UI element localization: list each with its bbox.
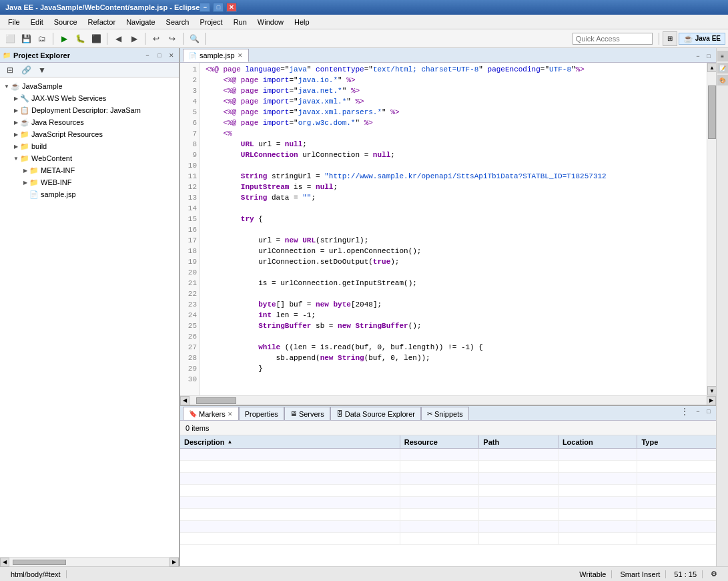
markers-header: Description ▲ Resource Path Location — [180, 435, 716, 449]
new-button[interactable]: ⬜ — [3, 31, 17, 46]
forward-button[interactable]: ▶ — [127, 31, 141, 46]
view-menu-button[interactable]: ▼ — [35, 63, 49, 77]
code-line-3: <%@ page import="java.net.*" %> — [206, 85, 701, 96]
code-line-8: URL url = null; — [206, 139, 701, 150]
hscroll-editor-left-button[interactable]: ◀ — [180, 396, 190, 405]
bottom-panel: 🔖 Markers ✕ Properties 🖥 Servers 🗄 Data … — [180, 406, 716, 566]
menu-help[interactable]: Help — [289, 17, 315, 27]
redo-button[interactable]: ↪ — [165, 31, 179, 46]
scroll-up-button[interactable]: ▲ — [707, 63, 716, 72]
menu-project[interactable]: Project — [194, 17, 228, 27]
tree-item-1[interactable]: ▶ 🔧 JAX-WS Web Services — [0, 92, 179, 104]
menu-source[interactable]: Source — [49, 17, 83, 27]
save-button[interactable]: 💾 — [19, 31, 33, 46]
settings-icon[interactable]: ⚙ — [705, 570, 723, 578]
editor-scrollbar[interactable]: ▲ ▼ — [707, 63, 716, 395]
tree-hscrollbar[interactable]: ◀ ▶ — [0, 557, 179, 566]
editor-tab-close[interactable]: ✕ — [238, 52, 243, 59]
bottom-minimize-button[interactable]: − — [693, 407, 703, 416]
code-line-5: <%@ page import="javax.xml.parsers.*" %> — [206, 107, 701, 118]
markers-row-2 — [180, 461, 716, 473]
menu-window[interactable]: Window — [252, 17, 289, 27]
menu-file[interactable]: File — [3, 17, 25, 27]
tab-snippets[interactable]: ✂ Snippets — [421, 407, 469, 420]
undo-button[interactable]: ↩ — [149, 31, 163, 46]
menu-edit[interactable]: Edit — [25, 17, 49, 27]
col-location-label: Location — [563, 438, 593, 446]
debug-button[interactable]: 🐛 — [73, 31, 87, 46]
maximize-panel-button[interactable]: □ — [155, 51, 164, 60]
code-line-29: } — [206, 363, 701, 374]
writable-status: Writable — [574, 570, 612, 578]
close-panel-button[interactable]: ✕ — [167, 51, 176, 60]
editor-maximize-button[interactable]: □ — [704, 51, 713, 61]
editor-tabs: 📄 sample.jsp ✕ − □ — [180, 48, 716, 63]
tab-properties-label: Properties — [245, 410, 278, 418]
java-ee-perspective-button[interactable]: ☕ Java EE — [679, 33, 725, 45]
search-button[interactable]: 🔍 — [187, 31, 202, 46]
minimize-panel-button[interactable]: − — [143, 51, 152, 60]
code-area[interactable]: <%@ page language="java" contentType="te… — [200, 63, 707, 395]
col-type-label: Type — [641, 438, 658, 446]
bottom-maximize-button[interactable]: □ — [704, 407, 713, 416]
menu-refactor[interactable]: Refactor — [83, 17, 121, 27]
col-resource: Resource — [400, 435, 480, 448]
col-description: Description ▲ — [180, 435, 400, 448]
run-button[interactable]: ▶ — [57, 31, 71, 46]
tree-item-8[interactable]: ▶ 📁 WEB-INF — [0, 176, 179, 188]
editor-tab-samplejsp[interactable]: 📄 sample.jsp ✕ — [183, 49, 249, 62]
sep3 — [145, 33, 145, 45]
hscroll-editor-thumb[interactable] — [196, 397, 236, 404]
tab-markers-close[interactable]: ✕ — [228, 411, 233, 417]
tab-markers[interactable]: 🔖 Markers ✕ — [183, 407, 239, 420]
hscroll-right-button[interactable]: ▶ — [169, 558, 179, 567]
open-perspective-button[interactable]: ⊞ — [663, 31, 677, 46]
menu-search[interactable]: Search — [161, 17, 195, 27]
tree-icon-1: 🔧 — [20, 94, 29, 103]
tree-item-2[interactable]: ▶ 📋 Deployment Descriptor: JavaSam — [0, 104, 179, 116]
link-editor-button[interactable]: 🔗 — [19, 63, 33, 77]
tree-arrow-3: ▶ — [12, 120, 20, 126]
tab-properties[interactable]: Properties — [239, 407, 284, 420]
tree-arrow-2: ▶ — [12, 108, 20, 114]
col-path-label: Path — [483, 438, 499, 446]
tree-arrow-8: ▶ — [21, 180, 29, 186]
menu-navigate[interactable]: Navigate — [121, 17, 160, 27]
code-line-2: <%@ page import="java.io.*" %> — [206, 75, 701, 85]
project-explorer-header: 📁 Project Explorer − □ ✕ — [0, 48, 179, 63]
tree-item-5[interactable]: ▶ 📁 build — [0, 140, 179, 152]
editor-minimize-button[interactable]: − — [693, 51, 703, 61]
markers-toolbar: 0 items — [180, 421, 716, 435]
hscroll-thumb[interactable] — [13, 560, 66, 565]
tree-item-9[interactable]: 📄 sample.jsp — [0, 188, 179, 200]
code-line-6: <%@ page import="org.w3c.dom.*" %> — [206, 118, 701, 128]
save-all-button[interactable]: 🗂 — [35, 31, 49, 46]
tree-item-4[interactable]: ▶ 📁 JavaScript Resources — [0, 128, 179, 140]
close-button[interactable]: ✕ — [226, 3, 237, 12]
tab-servers[interactable]: 🖥 Servers — [284, 407, 330, 420]
scroll-thumb[interactable] — [708, 85, 716, 139]
tree-arrow-0: ▼ — [3, 83, 11, 89]
quick-access-input[interactable] — [573, 33, 653, 45]
right-sidebar-icon-3[interactable]: 🎨 — [717, 75, 728, 85]
maximize-button[interactable]: □ — [213, 3, 224, 12]
right-sidebar-icon-1[interactable]: ≡ — [717, 51, 728, 61]
tree-item-6[interactable]: ▼ 📁 WebContent — [0, 152, 179, 164]
scroll-down-button[interactable]: ▼ — [707, 386, 716, 395]
hscroll-left-button[interactable]: ◀ — [0, 558, 9, 567]
editor-hscrollbar[interactable]: ◀ ▶ — [180, 395, 716, 405]
right-sidebar-icon-2[interactable]: 📝 — [717, 63, 728, 73]
bottom-menu-button[interactable]: ⋮ — [677, 404, 692, 419]
collapse-all-button[interactable]: ⊟ — [3, 63, 17, 77]
tab-datasource[interactable]: 🗄 Data Source Explorer — [330, 407, 421, 420]
stop-button[interactable]: ⬛ — [89, 31, 103, 46]
menu-run[interactable]: Run — [228, 17, 252, 27]
minimize-button[interactable]: − — [200, 3, 210, 12]
code-line-26 — [206, 331, 701, 342]
back-button[interactable]: ◀ — [111, 31, 125, 46]
tree-icon-5: 📁 — [20, 142, 29, 151]
tree-item-0[interactable]: ▼ ☕ JavaSample — [0, 80, 179, 92]
tree-item-3[interactable]: ▶ ☕ Java Resources — [0, 116, 179, 128]
col-path: Path — [479, 435, 559, 448]
tree-item-7[interactable]: ▶ 📁 META-INF — [0, 164, 179, 176]
